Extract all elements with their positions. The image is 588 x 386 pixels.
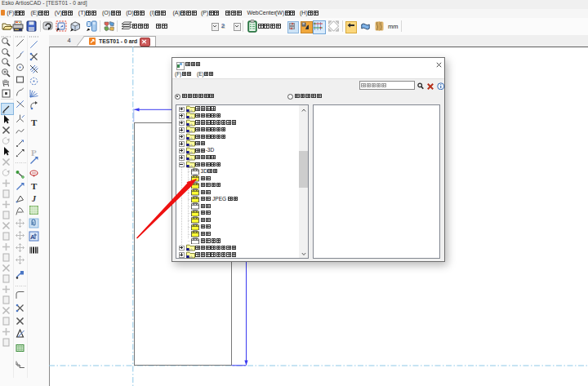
svg-text:J: J (31, 194, 37, 203)
svg-text:T: T (31, 118, 38, 127)
svg-text:A: A (30, 233, 35, 241)
svg-text:T: T (31, 181, 38, 191)
